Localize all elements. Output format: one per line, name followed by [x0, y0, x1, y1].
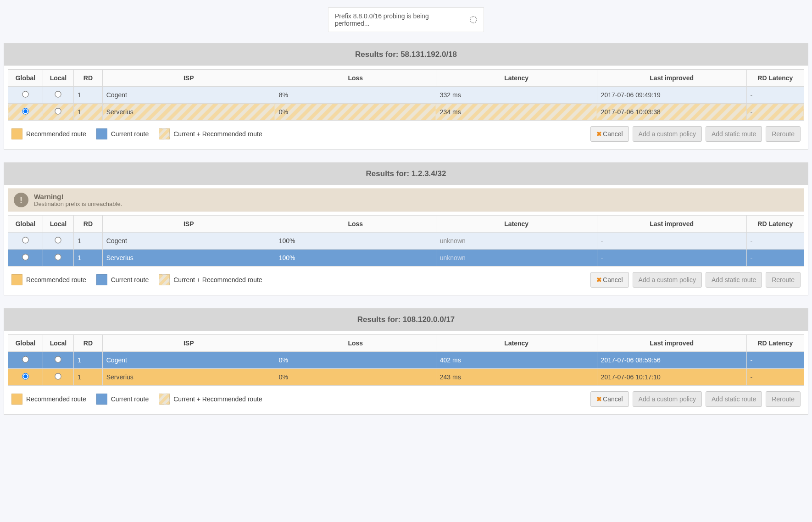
swatch-both	[159, 274, 170, 285]
swatch-current	[96, 274, 107, 285]
local-radio[interactable]	[55, 254, 61, 260]
cell-loss: 0%	[275, 369, 436, 386]
legend: Recommended route Current route Current …	[11, 394, 262, 405]
col-latency: Latency	[436, 216, 597, 233]
warning-icon: !	[14, 193, 28, 207]
col-lastimproved: Last improved	[597, 70, 746, 87]
legend: Recommended route Current route Current …	[11, 274, 262, 285]
col-latency: Latency	[436, 70, 597, 87]
local-radio[interactable]	[55, 108, 61, 114]
reroute-button[interactable]: Reroute	[766, 391, 801, 407]
cell-rd: 1	[74, 369, 103, 386]
global-radio[interactable]	[22, 237, 28, 243]
col-rd: RD	[74, 335, 103, 352]
cell-loss: 100%	[275, 233, 436, 250]
cell-lastimproved: 2017-07-06 10:03:38	[597, 104, 746, 121]
cell-rd: 1	[74, 352, 103, 369]
swatch-both	[159, 128, 170, 139]
legend-recommended: Recommended route	[11, 394, 86, 405]
cancel-button[interactable]: ✖Cancel	[590, 126, 629, 142]
legend-recommended-label: Recommended route	[26, 276, 86, 283]
cell-rd: 1	[74, 104, 103, 121]
results-table: Global Local RD ISP Loss Latency Last im…	[8, 334, 804, 386]
cell-isp: Cogent	[102, 87, 275, 104]
legend-recommended: Recommended route	[11, 128, 86, 139]
legend-both-label: Current + Recommended route	[173, 276, 262, 283]
add-policy-button[interactable]: Add a custom policy	[633, 272, 702, 288]
global-radio[interactable]	[22, 373, 28, 379]
cell-lastimproved: 2017-07-06 09:49:19	[597, 87, 746, 104]
legend: Recommended route Current route Current …	[11, 128, 262, 139]
col-lastimproved: Last improved	[597, 216, 746, 233]
cell-latency: unknown	[436, 250, 597, 267]
reroute-button[interactable]: Reroute	[766, 272, 801, 288]
cancel-button[interactable]: ✖Cancel	[590, 272, 629, 288]
legend-recommended-label: Recommended route	[26, 395, 86, 403]
actions: ✖Cancel Add a custom policy Add static r…	[590, 272, 801, 288]
col-lastimproved: Last improved	[597, 335, 746, 352]
probe-status-text: Prefix 8.8.0.0/16 probing is being perfo…	[335, 12, 465, 27]
cell-latency: 332 ms	[436, 87, 597, 104]
panel-header: Results for: 58.131.192.0/18	[4, 44, 808, 66]
panel-header: Results for: 108.120.0.0/17	[4, 309, 808, 331]
table-row: 1 Serverius 0% 234 ms 2017-07-06 10:03:3…	[8, 104, 804, 121]
actions: ✖Cancel Add a custom policy Add static r…	[590, 391, 801, 407]
spinner-icon	[470, 16, 477, 23]
add-policy-button[interactable]: Add a custom policy	[633, 391, 702, 407]
probe-status-box: Prefix 8.8.0.0/16 probing is being perfo…	[328, 7, 484, 32]
cell-lastimproved: -	[597, 250, 746, 267]
local-radio[interactable]	[55, 373, 61, 379]
col-rd: RD	[74, 216, 103, 233]
col-local: Local	[43, 335, 73, 352]
cell-loss: 100%	[275, 250, 436, 267]
global-radio[interactable]	[22, 254, 28, 260]
cell-rdlatency: -	[746, 250, 804, 267]
legend-recommended-label: Recommended route	[26, 130, 86, 138]
cell-lastimproved: 2017-07-06 08:59:56	[597, 352, 746, 369]
local-radio[interactable]	[55, 237, 61, 243]
cancel-button[interactable]: ✖Cancel	[590, 391, 629, 407]
swatch-recommended	[11, 274, 22, 285]
legend-both-label: Current + Recommended route	[173, 130, 262, 138]
legend-current-label: Current route	[111, 130, 149, 138]
global-radio[interactable]	[22, 108, 28, 114]
table-row: 1 Cogent 100% unknown - -	[8, 233, 804, 250]
cell-isp: Serverius	[102, 104, 275, 121]
panel-footer: Recommended route Current route Current …	[4, 389, 808, 414]
cell-rd: 1	[74, 233, 103, 250]
local-radio[interactable]	[55, 91, 61, 97]
actions: ✖Cancel Add a custom policy Add static r…	[590, 126, 801, 142]
cell-latency: 234 ms	[436, 104, 597, 121]
legend-both: Current + Recommended route	[159, 394, 262, 405]
add-policy-button[interactable]: Add a custom policy	[633, 126, 702, 142]
reroute-button[interactable]: Reroute	[766, 126, 801, 142]
col-rd: RD	[74, 70, 103, 87]
global-radio[interactable]	[22, 91, 28, 97]
add-static-route-button[interactable]: Add static route	[706, 391, 762, 407]
col-local: Local	[43, 216, 73, 233]
legend-current: Current route	[96, 274, 149, 285]
cell-rd: 1	[74, 250, 103, 267]
legend-current-label: Current route	[111, 276, 149, 283]
col-loss: Loss	[275, 335, 436, 352]
legend-recommended: Recommended route	[11, 274, 86, 285]
add-static-route-button[interactable]: Add static route	[706, 272, 762, 288]
cell-isp: Cogent	[102, 233, 275, 250]
cell-latency: 402 ms	[436, 352, 597, 369]
table-row: 1 Serverius 0% 243 ms 2017-07-06 10:17:1…	[8, 369, 804, 386]
swatch-current	[96, 394, 107, 405]
add-static-route-button[interactable]: Add static route	[706, 126, 762, 142]
cell-rdlatency: -	[746, 369, 804, 386]
col-loss: Loss	[275, 70, 436, 87]
warning-message: Destination prefix is unreachable.	[34, 200, 122, 207]
swatch-both	[159, 394, 170, 405]
local-radio[interactable]	[55, 356, 61, 362]
results-panel: Results for: 58.131.192.0/18 Global Loca…	[4, 43, 808, 150]
global-radio[interactable]	[22, 356, 28, 362]
col-rdlatency: RD Latency	[746, 70, 804, 87]
legend-current: Current route	[96, 394, 149, 405]
cell-lastimproved: 2017-07-06 10:17:10	[597, 369, 746, 386]
col-loss: Loss	[275, 216, 436, 233]
table-row: 1 Cogent 0% 402 ms 2017-07-06 08:59:56 -	[8, 352, 804, 369]
legend-both: Current + Recommended route	[159, 128, 262, 139]
